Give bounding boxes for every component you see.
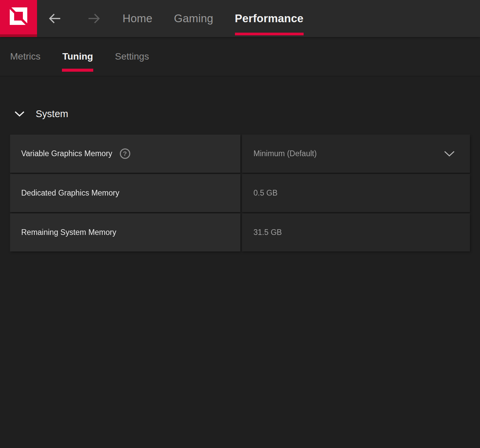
system-section-header[interactable]: System	[14, 108, 68, 119]
back-arrow-icon[interactable]	[47, 11, 62, 26]
setting-label: Variable Graphics Memory	[21, 149, 112, 158]
chevron-down-icon	[444, 150, 455, 157]
subtab-settings[interactable]: Settings	[115, 37, 149, 76]
forward-arrow-icon[interactable]	[87, 11, 102, 26]
setting-label: Dedicated Graphics Memory	[21, 188, 119, 198]
top-bar: Home Gaming Performance	[0, 0, 480, 37]
tab-performance[interactable]: Performance	[235, 0, 304, 37]
chevron-down-icon	[14, 111, 25, 117]
tab-home[interactable]: Home	[123, 0, 152, 37]
row-dedicated-graphics-memory-label: Dedicated Graphics Memory	[10, 174, 240, 212]
system-settings-table: Variable Graphics Memory ? Minimum (Defa…	[10, 135, 470, 251]
section-title: System	[36, 108, 68, 119]
dedicated-graphics-memory-value: 0.5 GB	[242, 174, 470, 212]
row-remaining-system-memory-label: Remaining System Memory	[10, 213, 240, 251]
row-variable-graphics-memory-label: Variable Graphics Memory ?	[10, 135, 240, 173]
remaining-system-memory-value: 31.5 GB	[242, 213, 470, 251]
help-icon[interactable]: ?	[120, 148, 130, 159]
variable-graphics-memory-dropdown[interactable]: Minimum (Default)	[242, 135, 470, 173]
tab-gaming[interactable]: Gaming	[174, 0, 213, 37]
history-nav	[47, 0, 102, 37]
subtab-metrics[interactable]: Metrics	[10, 37, 40, 76]
performance-subnav: Metrics Tuning Settings	[0, 37, 480, 76]
amd-arrow-icon	[10, 7, 27, 25]
dropdown-selected-value: Minimum (Default)	[253, 149, 317, 158]
subtab-tuning[interactable]: Tuning	[62, 37, 93, 76]
setting-value: 31.5 GB	[253, 228, 282, 237]
amd-logo[interactable]	[0, 0, 37, 37]
setting-value: 0.5 GB	[253, 188, 278, 198]
tuning-content: System Variable Graphics Memory ? Minimu…	[0, 108, 480, 448]
main-nav: Home Gaming Performance	[123, 0, 304, 37]
setting-label: Remaining System Memory	[21, 228, 116, 237]
